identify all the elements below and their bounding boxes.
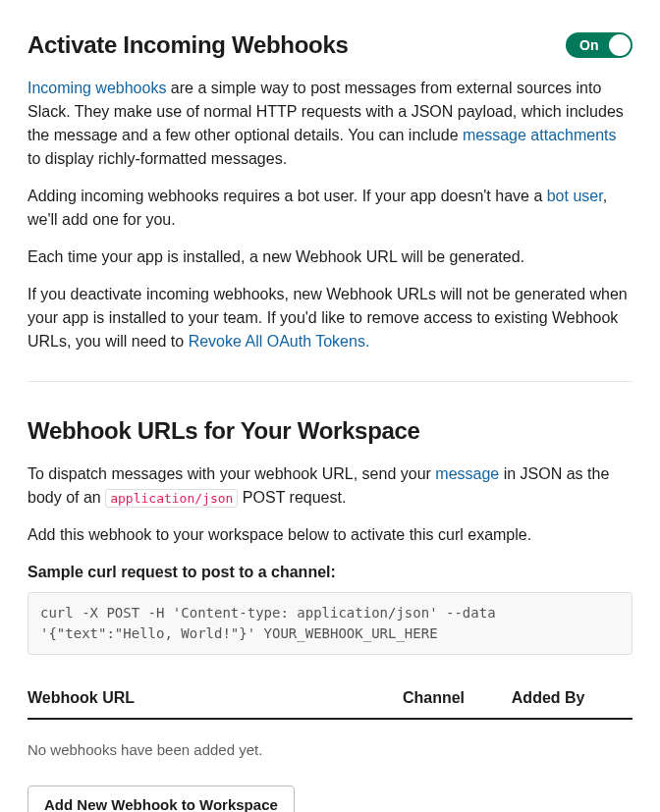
activate-toggle[interactable]: On <box>566 32 632 58</box>
toggle-label: On <box>579 35 598 56</box>
message-link[interactable]: message <box>435 465 499 482</box>
intro-p1-tail: to display richly-formatted messages. <box>28 150 287 167</box>
toggle-knob <box>609 34 631 56</box>
incoming-webhooks-link[interactable]: Incoming webhooks <box>28 80 166 96</box>
add-webhook-button[interactable]: Add New Webhook to Workspace <box>28 785 295 813</box>
intro-paragraph-3: Each time your app is installed, a new W… <box>28 245 632 269</box>
intro-paragraph-1: Incoming webhooks are a simple way to po… <box>28 77 632 171</box>
intro-p2-before: Adding incoming webhooks requires a bot … <box>28 188 547 204</box>
webhooks-empty-state: No webhooks have been added yet. <box>28 730 632 785</box>
curl-sample-block: curl -X POST -H 'Content-type: applicati… <box>28 592 632 655</box>
message-attachments-link[interactable]: message attachments <box>463 127 617 143</box>
section-divider <box>28 381 632 382</box>
bot-user-link[interactable]: bot user <box>547 188 603 204</box>
col-channel: Channel <box>403 677 512 719</box>
urls-paragraph-1: To dispatch messages with your webhook U… <box>28 462 632 510</box>
revoke-tokens-link[interactable]: Revoke All OAuth Tokens. <box>189 333 370 350</box>
sample-curl-label: Sample curl request to post to a channel… <box>28 561 632 584</box>
col-webhook-url: Webhook URL <box>28 677 403 719</box>
webhooks-table: Webhook URL Channel Added By <box>28 677 632 720</box>
intro-paragraph-4: If you deactivate incoming webhooks, new… <box>28 283 632 353</box>
urls-p1-tail: POST request. <box>238 489 346 506</box>
intro-paragraph-2: Adding incoming webhooks requires a bot … <box>28 185 632 232</box>
content-type-code: application/json <box>105 489 238 508</box>
urls-p1-before: To dispatch messages with your webhook U… <box>28 465 435 482</box>
urls-paragraph-2: Add this webhook to your workspace below… <box>28 523 632 547</box>
col-added-by: Added By <box>512 677 632 719</box>
page-title: Activate Incoming Webhooks <box>28 27 348 63</box>
urls-section-title: Webhook URLs for Your Workspace <box>28 413 632 449</box>
